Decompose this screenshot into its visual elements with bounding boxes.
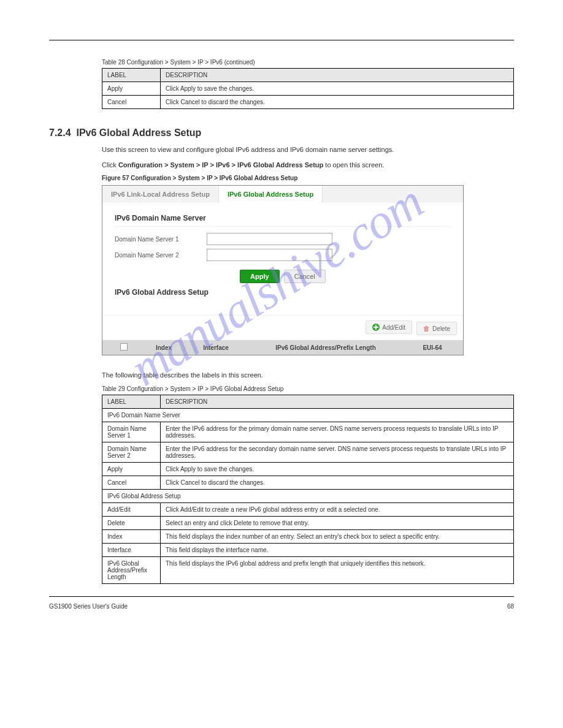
col-interface: Interface	[188, 344, 243, 351]
tab-ipv6-link-local[interactable]: IPv6 Link-Local Address Setup	[102, 186, 219, 203]
th-desc: DESCRIPTION	[161, 395, 514, 408]
add-edit-label: Add/Edit	[382, 324, 405, 331]
table-row: DeleteSelect an entry and click Delete t…	[102, 516, 514, 529]
section-title: IPv6 Global Address Setup	[76, 127, 201, 138]
tab-ipv6-global[interactable]: IPv6 Global Address Setup	[219, 186, 323, 203]
cell-desc: Click Cancel to discard the changes.	[161, 96, 514, 109]
table28-caption: Table 28 Configuration > System > IP > I…	[102, 59, 514, 66]
trash-icon: 🗑	[423, 325, 430, 332]
section-body-2: Click Configuration > System > IP > IPv6…	[102, 160, 514, 170]
add-edit-button[interactable]: Add/Edit	[366, 320, 412, 334]
cell-desc: Select an entry and click Delete to remo…	[161, 516, 514, 529]
th-label: LABEL	[102, 395, 161, 408]
col-address: IPv6 Global Address/Prefix Length	[243, 344, 408, 351]
cell-label: Add/Edit	[102, 502, 161, 516]
cell-desc: This field displays the index number of …	[161, 529, 514, 543]
cell-label: IPv6 Global Address/Prefix Length	[102, 556, 161, 583]
table-row: Apply Click Apply to save the changes.	[102, 82, 514, 96]
table-row: Domain Name Server 2Enter the IPv6 addre…	[102, 442, 514, 462]
table-row: IndexThis field displays the index numbe…	[102, 529, 514, 543]
figure-panel: IPv6 Link-Local Address Setup IPv6 Globa…	[102, 185, 464, 355]
table29-intro: The following table describes the labels…	[102, 370, 514, 381]
table28: LABEL DESCRIPTION Apply Click Apply to s…	[102, 68, 514, 109]
cell-desc: Click Apply to save the changes.	[161, 462, 514, 476]
col-index: Index	[139, 344, 188, 351]
cell-desc: Click Add/Edit to create a new IPv6 glob…	[161, 502, 514, 516]
cancel-button[interactable]: Cancel	[284, 270, 326, 283]
dns1-row: Domain Name Server 1	[115, 233, 451, 245]
plus-icon	[372, 324, 380, 331]
th-label: LABEL	[102, 69, 161, 82]
grid-toolbar: Add/Edit 🗑 Delete	[102, 315, 463, 340]
cell-label: Apply	[102, 82, 161, 96]
dns2-label: Domain Name Server 2	[115, 252, 207, 259]
tab-bar: IPv6 Link-Local Address Setup IPv6 Globa…	[102, 186, 463, 203]
section-heading: 7.2.4 IPv6 Global Address Setup	[49, 127, 514, 138]
dns1-input[interactable]	[207, 233, 332, 245]
cell-label: Cancel	[102, 96, 161, 109]
button-row: Apply Cancel	[115, 270, 451, 283]
delete-label: Delete	[432, 325, 450, 332]
table-row: Cancel Click Cancel to discard the chang…	[102, 96, 514, 109]
table-row: InterfaceThis field displays the interfa…	[102, 543, 514, 556]
grid-select-all[interactable]	[109, 343, 139, 352]
delete-button[interactable]: 🗑 Delete	[416, 322, 457, 335]
cell-label: Delete	[102, 516, 161, 529]
th-desc: DESCRIPTION	[161, 69, 514, 82]
footer-guide: GS1900 Series User's Guide	[49, 603, 128, 610]
cell-desc: Click Apply to save the changes.	[161, 82, 514, 96]
footer-page: 68	[507, 603, 514, 610]
dns2-row: Domain Name Server 2	[115, 249, 451, 261]
global-setup-title: IPv6 Global Address Setup	[115, 288, 451, 300]
cell-span: IPv6 Domain Name Server	[102, 408, 514, 422]
cell-desc: This field displays the interface name.	[161, 543, 514, 556]
table-row: CancelClick Cancel to discard the change…	[102, 476, 514, 489]
cell-desc: Click Cancel to discard the changes.	[161, 476, 514, 489]
cell-desc: Enter the IPv6 address for the primary d…	[161, 422, 514, 442]
col-eui64: EUI-64	[408, 344, 457, 351]
dns2-input[interactable]	[207, 249, 332, 261]
cell-label: Domain Name Server 2	[102, 442, 161, 462]
table-row: ApplyClick Apply to save the changes.	[102, 462, 514, 476]
top-rule	[49, 40, 514, 40]
table-row: Add/EditClick Add/Edit to create a new I…	[102, 502, 514, 516]
table29: LABEL DESCRIPTION IPv6 Domain Name Serve…	[102, 395, 514, 584]
dns1-label: Domain Name Server 1	[115, 236, 207, 243]
figure-caption: Figure 57 Configuration > System > IP > …	[102, 175, 514, 181]
cell-label: Domain Name Server 1	[102, 422, 161, 442]
dns-panel-title: IPv6 Domain Name Server	[115, 214, 451, 227]
table-row: IPv6 Domain Name Server	[102, 408, 514, 422]
section-num: 7.2.4	[49, 127, 71, 138]
apply-button[interactable]: Apply	[240, 270, 280, 283]
grid-header: Index Interface IPv6 Global Address/Pref…	[102, 340, 463, 355]
table-row: IPv6 Global Address Setup	[102, 489, 514, 502]
cell-label: Interface	[102, 543, 161, 556]
cell-label: Index	[102, 529, 161, 543]
footer: GS1900 Series User's Guide 68	[49, 603, 514, 610]
table29-caption: Table 29 Configuration > System > IP > I…	[102, 385, 514, 392]
cell-span: IPv6 Global Address Setup	[102, 489, 514, 502]
table-row: IPv6 Global Address/Prefix LengthThis fi…	[102, 556, 514, 583]
checkbox-icon	[120, 343, 128, 351]
section-body-1: Use this screen to view and configure gl…	[102, 145, 514, 155]
bottom-rule	[49, 596, 514, 597]
cell-label: Cancel	[102, 476, 161, 489]
cell-desc: This field displays the IPv6 global addr…	[161, 556, 514, 583]
cell-desc: Enter the IPv6 address for the secondary…	[161, 442, 514, 462]
cell-label: Apply	[102, 462, 161, 476]
table-row: Domain Name Server 1Enter the IPv6 addre…	[102, 422, 514, 442]
